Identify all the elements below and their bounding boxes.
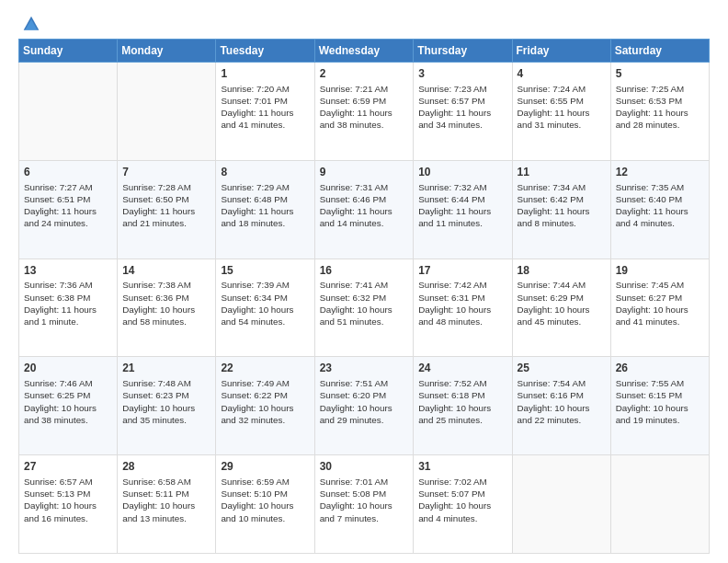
day-number: 22 (221, 361, 309, 376)
day-number: 13 (24, 263, 112, 279)
calendar-cell: 26Sunrise: 7:55 AM Sunset: 6:15 PM Dayli… (610, 357, 709, 455)
day-number: 2 (320, 66, 409, 82)
calendar-header-saturday: Saturday (610, 40, 709, 63)
day-number: 10 (418, 165, 506, 180)
day-number: 4 (518, 66, 606, 82)
calendar-cell: 7Sunrise: 7:28 AM Sunset: 6:50 PM Daylig… (118, 160, 216, 259)
day-info: Sunrise: 7:35 AM Sunset: 6:40 PM Dayligh… (616, 181, 704, 230)
calendar-cell: 29Sunrise: 6:59 AM Sunset: 5:10 PM Dayli… (216, 455, 314, 554)
day-number: 16 (320, 263, 409, 279)
calendar-cell: 25Sunrise: 7:54 AM Sunset: 6:16 PM Dayli… (512, 357, 610, 455)
day-number: 27 (24, 459, 112, 475)
calendar-cell: 19Sunrise: 7:45 AM Sunset: 6:27 PM Dayli… (610, 259, 709, 357)
day-info: Sunrise: 7:32 AM Sunset: 6:44 PM Dayligh… (418, 181, 506, 230)
day-info: Sunrise: 7:31 AM Sunset: 6:46 PM Dayligh… (320, 181, 409, 230)
day-info: Sunrise: 7:52 AM Sunset: 6:18 PM Dayligh… (418, 377, 506, 426)
day-info: Sunrise: 7:02 AM Sunset: 5:07 PM Dayligh… (418, 476, 506, 524)
calendar-cell: 23Sunrise: 7:51 AM Sunset: 6:20 PM Dayli… (314, 357, 414, 455)
calendar-cell: 11Sunrise: 7:34 AM Sunset: 6:42 PM Dayli… (512, 160, 610, 259)
day-number: 28 (122, 459, 210, 475)
header (18, 15, 710, 29)
calendar-cell (19, 63, 118, 161)
logo (18, 15, 40, 29)
day-info: Sunrise: 7:45 AM Sunset: 6:27 PM Dayligh… (616, 279, 704, 327)
calendar-cell: 1Sunrise: 7:20 AM Sunset: 7:01 PM Daylig… (216, 63, 314, 161)
day-info: Sunrise: 7:54 AM Sunset: 6:16 PM Dayligh… (518, 377, 606, 426)
day-info: Sunrise: 6:57 AM Sunset: 5:13 PM Dayligh… (24, 476, 112, 524)
calendar-table: SundayMondayTuesdayWednesdayThursdayFrid… (18, 39, 710, 554)
calendar-header-sunday: Sunday (19, 40, 118, 63)
calendar-cell: 5Sunrise: 7:25 AM Sunset: 6:53 PM Daylig… (610, 63, 709, 161)
day-number: 8 (221, 165, 309, 180)
day-number: 18 (518, 263, 606, 279)
day-number: 3 (418, 66, 506, 82)
calendar-cell: 2Sunrise: 7:21 AM Sunset: 6:59 PM Daylig… (314, 63, 414, 161)
day-number: 11 (518, 165, 606, 180)
calendar-header-thursday: Thursday (414, 40, 512, 63)
day-info: Sunrise: 6:58 AM Sunset: 5:11 PM Dayligh… (122, 476, 210, 524)
day-info: Sunrise: 7:34 AM Sunset: 6:42 PM Dayligh… (518, 181, 606, 230)
day-number: 12 (616, 165, 704, 180)
day-number: 14 (122, 263, 210, 279)
day-info: Sunrise: 7:42 AM Sunset: 6:31 PM Dayligh… (418, 279, 506, 327)
calendar-cell: 20Sunrise: 7:46 AM Sunset: 6:25 PM Dayli… (19, 357, 118, 455)
day-number: 20 (24, 361, 112, 376)
day-info: Sunrise: 7:24 AM Sunset: 6:55 PM Dayligh… (518, 83, 606, 132)
calendar-cell: 22Sunrise: 7:49 AM Sunset: 6:22 PM Dayli… (216, 357, 314, 455)
calendar-cell: 18Sunrise: 7:44 AM Sunset: 6:29 PM Dayli… (512, 259, 610, 357)
calendar-header-monday: Monday (118, 40, 216, 63)
calendar-cell: 21Sunrise: 7:48 AM Sunset: 6:23 PM Dayli… (118, 357, 216, 455)
calendar-header-tuesday: Tuesday (216, 40, 314, 63)
day-number: 6 (24, 165, 112, 180)
calendar-cell: 27Sunrise: 6:57 AM Sunset: 5:13 PM Dayli… (19, 455, 118, 554)
day-number: 5 (616, 66, 704, 82)
calendar-cell: 6Sunrise: 7:27 AM Sunset: 6:51 PM Daylig… (19, 160, 118, 259)
day-info: Sunrise: 7:21 AM Sunset: 6:59 PM Dayligh… (320, 83, 409, 132)
day-number: 25 (518, 361, 606, 376)
day-number: 1 (221, 66, 309, 82)
day-number: 15 (221, 263, 309, 279)
day-number: 9 (320, 165, 409, 180)
day-info: Sunrise: 7:01 AM Sunset: 5:08 PM Dayligh… (320, 476, 409, 524)
calendar-cell: 24Sunrise: 7:52 AM Sunset: 6:18 PM Dayli… (414, 357, 512, 455)
calendar-cell: 30Sunrise: 7:01 AM Sunset: 5:08 PM Dayli… (314, 455, 414, 554)
calendar-cell (118, 63, 216, 161)
calendar-week-1: 6Sunrise: 7:27 AM Sunset: 6:51 PM Daylig… (19, 160, 710, 259)
day-number: 24 (418, 361, 506, 376)
calendar-cell: 28Sunrise: 6:58 AM Sunset: 5:11 PM Dayli… (118, 455, 216, 554)
day-info: Sunrise: 7:48 AM Sunset: 6:23 PM Dayligh… (122, 377, 210, 426)
calendar-header-wednesday: Wednesday (314, 40, 414, 63)
calendar-cell (512, 455, 610, 554)
day-number: 19 (616, 263, 704, 279)
day-number: 26 (616, 361, 704, 376)
logo-icon (22, 15, 40, 33)
calendar-cell: 31Sunrise: 7:02 AM Sunset: 5:07 PM Dayli… (414, 455, 512, 554)
calendar-cell: 8Sunrise: 7:29 AM Sunset: 6:48 PM Daylig… (216, 160, 314, 259)
day-info: Sunrise: 7:44 AM Sunset: 6:29 PM Dayligh… (518, 279, 606, 327)
day-info: Sunrise: 7:28 AM Sunset: 6:50 PM Dayligh… (122, 181, 210, 230)
day-info: Sunrise: 7:23 AM Sunset: 6:57 PM Dayligh… (418, 83, 506, 132)
calendar-cell: 4Sunrise: 7:24 AM Sunset: 6:55 PM Daylig… (512, 63, 610, 161)
day-number: 7 (122, 165, 210, 180)
calendar-cell: 3Sunrise: 7:23 AM Sunset: 6:57 PM Daylig… (414, 63, 512, 161)
day-info: Sunrise: 7:27 AM Sunset: 6:51 PM Dayligh… (24, 181, 112, 230)
page: SundayMondayTuesdayWednesdayThursdayFrid… (0, 0, 728, 563)
day-info: Sunrise: 6:59 AM Sunset: 5:10 PM Dayligh… (221, 476, 309, 524)
day-info: Sunrise: 7:20 AM Sunset: 7:01 PM Dayligh… (221, 83, 309, 132)
calendar-cell: 12Sunrise: 7:35 AM Sunset: 6:40 PM Dayli… (610, 160, 709, 259)
calendar-cell: 16Sunrise: 7:41 AM Sunset: 6:32 PM Dayli… (314, 259, 414, 357)
day-number: 30 (320, 459, 409, 475)
calendar-header-row: SundayMondayTuesdayWednesdayThursdayFrid… (19, 40, 710, 63)
day-number: 21 (122, 361, 210, 376)
calendar-cell: 9Sunrise: 7:31 AM Sunset: 6:46 PM Daylig… (314, 160, 414, 259)
calendar-header-friday: Friday (512, 40, 610, 63)
calendar-cell: 13Sunrise: 7:36 AM Sunset: 6:38 PM Dayli… (19, 259, 118, 357)
day-info: Sunrise: 7:55 AM Sunset: 6:15 PM Dayligh… (616, 377, 704, 426)
calendar-week-3: 20Sunrise: 7:46 AM Sunset: 6:25 PM Dayli… (19, 357, 710, 455)
day-info: Sunrise: 7:25 AM Sunset: 6:53 PM Dayligh… (616, 83, 704, 132)
day-info: Sunrise: 7:41 AM Sunset: 6:32 PM Dayligh… (320, 279, 409, 327)
day-number: 29 (221, 459, 309, 475)
day-number: 17 (418, 263, 506, 279)
calendar-week-2: 13Sunrise: 7:36 AM Sunset: 6:38 PM Dayli… (19, 259, 710, 357)
day-info: Sunrise: 7:51 AM Sunset: 6:20 PM Dayligh… (320, 377, 409, 426)
